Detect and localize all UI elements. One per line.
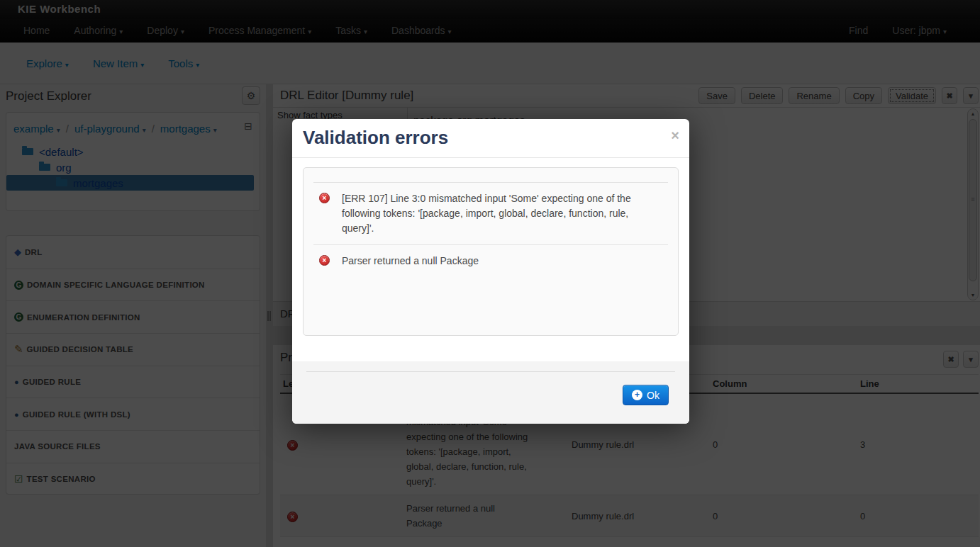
error-icon: × <box>319 255 330 266</box>
modal-title: Validation errors <box>303 127 448 149</box>
modal-header: Validation errors × <box>292 119 689 158</box>
ok-button[interactable]: + Ok <box>623 385 669 405</box>
error-icon: × <box>319 193 330 203</box>
error-message: Parser returned a null Package <box>342 254 479 269</box>
close-icon[interactable]: × <box>671 128 679 142</box>
validation-errors-dialog: Validation errors × × [ERR 107] Line 3:0… <box>292 119 689 424</box>
modal-body: × [ERR 107] Line 3:0 mismatched input 'S… <box>292 159 689 361</box>
list-item: × Parser returned a null Package <box>313 244 668 277</box>
validation-errors-list: × [ERR 107] Line 3:0 mismatched input 'S… <box>303 167 679 336</box>
list-item: × [ERR 107] Line 3:0 mismatched input 'S… <box>313 182 668 244</box>
footer-divider <box>306 371 675 372</box>
circle-plus-icon: + <box>632 390 642 400</box>
error-message: [ERR 107] Line 3:0 mismatched input 'Som… <box>342 191 654 236</box>
kie-workbench-app: KIE Workbench Home Authoring▾ Deploy▾ Pr… <box>0 0 980 547</box>
modal-footer: + Ok <box>292 361 689 424</box>
